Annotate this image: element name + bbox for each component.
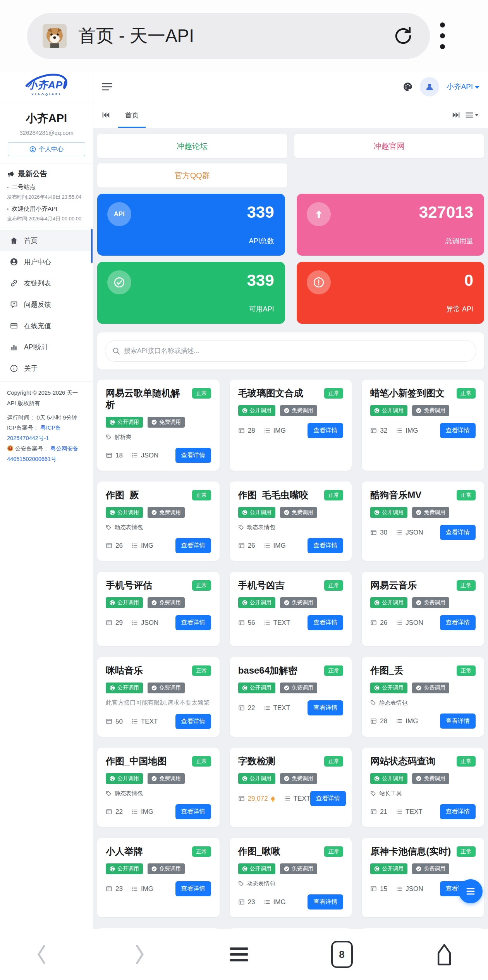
floating-menu-button[interactable]	[459, 879, 483, 903]
url-bar[interactable]: 首页 - 天一API	[27, 13, 430, 59]
chart-icon	[10, 343, 18, 351]
theme-palette-icon[interactable]	[403, 82, 413, 92]
view-details-button[interactable]: 查看详情	[440, 714, 476, 729]
logo-swoosh	[19, 69, 71, 107]
nav-forward-icon[interactable]	[132, 943, 147, 966]
profile-email: 326284281@qq.com	[7, 129, 86, 136]
nav-home-icon[interactable]	[435, 942, 454, 966]
return-type-icon	[131, 542, 138, 549]
uptime-line: 运行时间： 0天 5小时 9分钟	[7, 413, 86, 423]
tag-outline-icon	[370, 700, 376, 706]
status-badge: 正常	[192, 756, 211, 767]
tab-home[interactable]: 首页	[116, 102, 148, 128]
sidebar-item-chart[interactable]: API统计	[0, 336, 93, 358]
view-details-button[interactable]: 查看详情	[175, 714, 211, 729]
view-details-button[interactable]: 查看详情	[310, 791, 346, 806]
api-card: 作图_毛毛虫嘴咬 正常 公开调用 免费调用 动态表情包 26	[230, 481, 352, 561]
view-details-button[interactable]: 查看详情	[440, 615, 476, 630]
user-avatar[interactable]	[420, 77, 439, 96]
view-details-button[interactable]: 查看详情	[308, 894, 343, 910]
announcement-title[interactable]: 欢迎使用小齐API	[7, 205, 86, 213]
search-input[interactable]	[105, 340, 476, 362]
sidebar-item-feedback[interactable]: ? 问题反馈	[0, 294, 93, 315]
api-call-count: 23	[115, 885, 123, 893]
api-category: 动态表情包	[115, 524, 143, 531]
view-details-button[interactable]: 查看详情	[175, 448, 211, 463]
arrow-up-icon	[307, 202, 331, 226]
tag-free-call: 免费调用	[280, 773, 317, 784]
logo: 小齐API XIAOQIAPI	[0, 72, 93, 103]
view-details-button[interactable]: 查看详情	[440, 804, 476, 819]
tag-outline-icon	[238, 524, 244, 530]
check-circle-icon	[284, 685, 289, 691]
api-return-type: TEXT	[273, 619, 290, 627]
api-call-count: 21	[380, 808, 387, 816]
status-badge: 正常	[457, 756, 476, 767]
api-return-type: IMG	[273, 427, 286, 435]
main-column: 小齐API 首页 冲趣论坛冲趣官网官方QQ群 API 339 API总	[93, 72, 488, 929]
sidebar-item-user[interactable]: 用户中心	[0, 251, 93, 272]
globe-icon	[242, 866, 247, 872]
tag-public-call: 公开调用	[370, 773, 407, 784]
status-badge: 正常	[457, 846, 476, 857]
globe-icon	[110, 510, 115, 515]
status-badge: 正常	[324, 756, 343, 767]
announcement-title[interactable]: 二号站点	[7, 183, 86, 191]
stat-value: 339	[247, 203, 274, 222]
view-details-button[interactable]: 查看详情	[440, 525, 476, 540]
globe-icon	[242, 685, 247, 691]
browser-menu-icon[interactable]	[440, 22, 445, 49]
sidebar-scrollbar-thumb[interactable]	[91, 229, 93, 263]
status-badge: 正常	[192, 490, 211, 500]
view-details-button[interactable]: 查看详情	[175, 538, 211, 553]
api-call-count: 22	[248, 704, 255, 712]
api-card: 原神卡池信息(实时) 正常 公开调用 免费调用 15	[362, 838, 484, 917]
user-menu[interactable]: 小齐API	[446, 82, 479, 92]
view-details-button[interactable]: 查看详情	[175, 804, 211, 819]
tab-bar: 首页	[93, 102, 488, 128]
personal-center-button[interactable]: 个人中心	[8, 142, 85, 156]
notice-button[interactable]: 官方QQ群	[97, 163, 287, 187]
nav-menu-icon[interactable]	[229, 946, 249, 963]
tag-public-call: 公开调用	[238, 405, 275, 416]
collapse-sidebar-icon[interactable]	[102, 83, 112, 91]
view-details-button[interactable]: 查看详情	[440, 423, 476, 438]
nav-back-icon[interactable]	[34, 943, 50, 966]
notice-button[interactable]: 冲趣官网	[294, 134, 485, 158]
tag-public-call: 公开调用	[238, 863, 275, 874]
sidebar-footer: Copyright © 2025-2026 天一API 版权所有 运行时间： 0…	[0, 381, 93, 471]
view-details-button[interactable]: 查看详情	[308, 538, 343, 553]
sidebar-item-home[interactable]: 首页	[0, 230, 93, 251]
view-details-button[interactable]: 查看详情	[175, 615, 211, 630]
nav-tabs-button[interactable]: 8	[331, 941, 353, 968]
tag-public-call: 公开调用	[106, 597, 143, 608]
sidebar-item-info[interactable]: 关于	[0, 358, 93, 379]
notice-button[interactable]: 冲趣论坛	[97, 134, 287, 158]
calls-count-icon	[106, 619, 112, 626]
api-card-grid: 网易云歌单随机解析 正常 公开调用 免费调用 解析类 18	[97, 380, 484, 929]
user-icon	[10, 258, 18, 266]
view-details-button[interactable]: 查看详情	[308, 700, 343, 715]
announcements-section: 最新公告 二号站点 发布时间:2026年4月9日 23:55:04 欢迎使用小齐…	[0, 163, 93, 227]
view-details-button[interactable]: 查看详情	[175, 881, 211, 896]
feedback-icon: ?	[10, 301, 18, 308]
tag-public-call: 公开调用	[106, 507, 143, 518]
api-card-title: 网易云歌单随机解析	[106, 387, 188, 411]
skip-to-first-tab-icon[interactable]	[100, 112, 112, 119]
calls-count-icon	[106, 452, 112, 459]
sidebar-item-link[interactable]: 友链列表	[0, 272, 93, 294]
refresh-icon[interactable]	[393, 26, 414, 46]
api-category: 动态表情包	[247, 880, 275, 887]
return-type-icon	[264, 619, 270, 626]
view-details-button[interactable]: 查看详情	[308, 615, 343, 630]
announcement-time: 发布时间:2026年4月4日 00:00:00	[7, 215, 86, 222]
globe-icon	[374, 408, 380, 413]
tab-options-menu-icon[interactable]	[462, 112, 482, 118]
info-icon	[10, 364, 18, 372]
view-details-button[interactable]: 查看详情	[308, 423, 343, 438]
status-badge: 正常	[324, 665, 343, 676]
skip-to-last-tab-icon[interactable]	[450, 112, 462, 119]
sidebar-item-card[interactable]: 在线充值	[0, 315, 93, 336]
api-card-title: 字数检测	[238, 755, 275, 767]
check-circle-icon	[151, 866, 157, 872]
